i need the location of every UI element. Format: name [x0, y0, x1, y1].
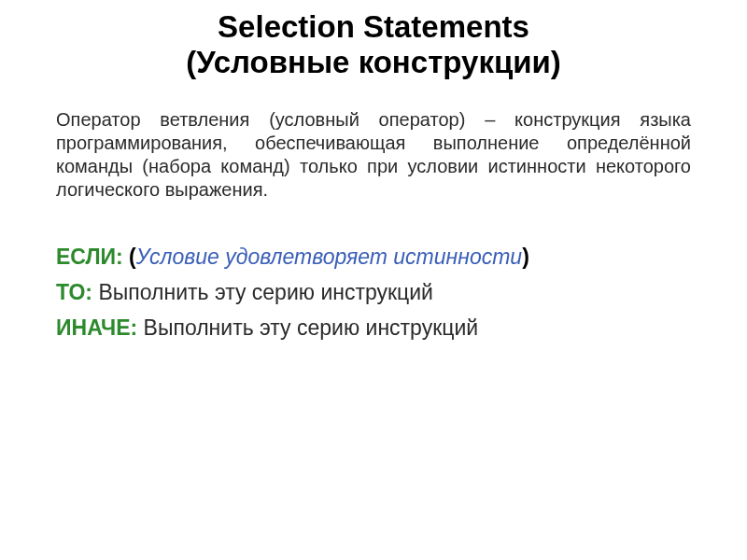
definition-paragraph: Оператор ветвления (условный оператор) –…	[56, 108, 691, 202]
title-paren-close: )	[551, 45, 561, 79]
slide-title: Selection Statements (Условные конструкц…	[56, 9, 691, 80]
title-text-2: Условные конструкции	[196, 45, 551, 79]
else-action: Выполнить эту серию инструкций	[144, 315, 479, 340]
if-statement: ЕСЛИ: (Условие удовлетворяет истинности)	[56, 244, 691, 272]
else-keyword: ИНАЧЕ:	[56, 315, 137, 340]
if-condition: Условие удовлетворяет истинности	[136, 245, 522, 269]
if-paren-close: )	[522, 245, 529, 269]
then-keyword: ТО:	[56, 280, 92, 304]
title-paren-open: (	[186, 45, 196, 79]
else-statement: ИНАЧЕ: Выполнить эту серию инструкций	[56, 315, 691, 343]
then-statement: ТО: Выполнить эту серию инструкций	[56, 279, 691, 307]
if-paren-open: (	[129, 245, 136, 269]
if-keyword: ЕСЛИ:	[56, 245, 123, 269]
title-line-1: Selection Statements	[56, 9, 691, 45]
title-line-2: (Условные конструкции)	[56, 45, 691, 80]
then-action: Выполнить эту серию инструкций	[98, 280, 433, 304]
